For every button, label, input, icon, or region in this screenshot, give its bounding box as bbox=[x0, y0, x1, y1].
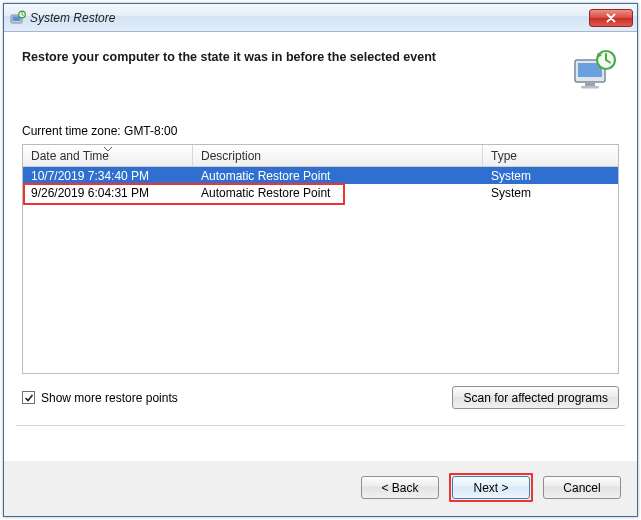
cell-type: System bbox=[483, 169, 618, 183]
wizard-body: Restore your computer to the state it wa… bbox=[4, 32, 637, 460]
svg-rect-6 bbox=[581, 86, 599, 89]
column-header-type[interactable]: Type bbox=[483, 145, 618, 166]
restore-points-table[interactable]: Date and Time Description Type 10/7/2019… bbox=[22, 144, 619, 374]
show-more-checkbox[interactable]: Show more restore points bbox=[22, 391, 178, 405]
cell-description: Automatic Restore Point bbox=[193, 169, 483, 183]
close-button[interactable] bbox=[589, 9, 633, 27]
titlebar: System Restore bbox=[4, 4, 637, 32]
next-button-annotation: Next > bbox=[449, 473, 533, 502]
next-button[interactable]: Next > bbox=[452, 476, 530, 499]
table-header: Date and Time Description Type bbox=[23, 145, 618, 167]
cell-date: 10/7/2019 7:34:40 PM bbox=[23, 169, 193, 183]
cancel-button[interactable]: Cancel bbox=[543, 476, 621, 499]
back-button[interactable]: < Back bbox=[361, 476, 439, 499]
cell-description: Automatic Restore Point bbox=[193, 186, 483, 200]
wizard-header: Restore your computer to the state it wa… bbox=[16, 44, 625, 96]
column-header-date[interactable]: Date and Time bbox=[23, 145, 193, 166]
system-restore-icon bbox=[10, 10, 26, 26]
column-header-description[interactable]: Description bbox=[193, 145, 483, 166]
column-label: Date and Time bbox=[31, 149, 109, 163]
page-heading: Restore your computer to the state it wa… bbox=[22, 48, 563, 64]
system-restore-window: System Restore Restore your computer to … bbox=[3, 3, 638, 517]
checkbox-label: Show more restore points bbox=[41, 391, 178, 405]
below-grid-row: Show more restore points Scan for affect… bbox=[22, 386, 619, 409]
sort-descending-icon bbox=[103, 146, 113, 152]
checkbox-box bbox=[22, 391, 35, 404]
scan-affected-button[interactable]: Scan for affected programs bbox=[452, 386, 619, 409]
close-icon bbox=[606, 13, 616, 23]
svg-rect-5 bbox=[585, 83, 595, 86]
restore-monitor-icon bbox=[571, 48, 619, 96]
checkmark-icon bbox=[24, 393, 34, 403]
separator bbox=[16, 425, 625, 426]
table-body: 10/7/2019 7:34:40 PM Automatic Restore P… bbox=[23, 167, 618, 201]
timezone-label: Current time zone: GMT-8:00 bbox=[22, 124, 625, 138]
wizard-button-bar: < Back Next > Cancel bbox=[4, 460, 637, 516]
cell-date: 9/26/2019 6:04:31 PM bbox=[23, 186, 193, 200]
cell-type: System bbox=[483, 186, 618, 200]
column-label: Type bbox=[491, 149, 517, 163]
column-label: Description bbox=[201, 149, 261, 163]
window-title: System Restore bbox=[30, 11, 115, 25]
table-row[interactable]: 10/7/2019 7:34:40 PM Automatic Restore P… bbox=[23, 167, 618, 184]
table-row[interactable]: 9/26/2019 6:04:31 PM Automatic Restore P… bbox=[23, 184, 618, 201]
